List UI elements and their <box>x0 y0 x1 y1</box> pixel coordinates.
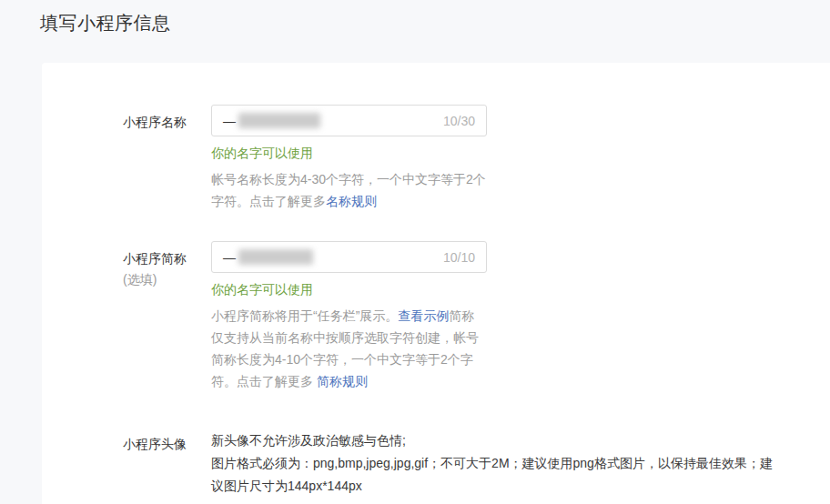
avatar-label-column: 小程序头像 <box>123 427 211 504</box>
short-name-help-text: 小程序简称将用于“任务栏”展示。查看示例简称仅支持从当前名称中按顺序选取字符创建… <box>211 305 487 392</box>
short-name-optional-note: (选填) <box>123 270 211 288</box>
short-name-char-counter: 10/10 <box>443 250 475 265</box>
form-card: 小程序名称 — 10/30 你的名字可以使用 帐号名称长度为4-30个字符，一个… <box>42 63 830 504</box>
avatar-description: 新头像不允许涉及政治敏感与色情; 图片格式必须为：png,bmp,jpeg,jp… <box>211 427 783 498</box>
redacted-short-name-text <box>238 249 313 265</box>
avatar-policy-text: 新头像不允许涉及政治敏感与色情; <box>211 429 783 452</box>
avatar-field-content: 新头像不允许涉及政治敏感与色情; 图片格式必须为：png,bmp,jpeg,jp… <box>211 427 783 504</box>
name-label-column: 小程序名称 <box>123 105 211 212</box>
field-row-avatar: 小程序头像 新头像不允许涉及政治敏感与色情; 图片格式必须为：png,bmp,j… <box>123 427 830 504</box>
view-example-link[interactable]: 查看示例 <box>398 308 449 323</box>
short-name-input-value: — <box>223 250 236 265</box>
avatar-format-text: 图片格式必须为：png,bmp,jpeg,jpg,gif；不可大于2M；建议使用… <box>211 452 783 498</box>
name-field-label: 小程序名称 <box>123 113 211 131</box>
redacted-name-text <box>238 113 320 128</box>
name-char-counter: 10/30 <box>443 114 475 128</box>
mini-program-name-input[interactable]: — 10/30 <box>211 105 487 136</box>
page-title: 填写小程序信息 <box>0 0 830 35</box>
name-help-text: 帐号名称长度为4-30个字符，一个中文字等于2个字符。点击了解更多名称规则 <box>211 168 487 212</box>
name-input-value: — <box>223 114 236 128</box>
field-row-short-name: 小程序简称 (选填) — 10/10 你的名字可以使用 小程序简称将用于“任务栏… <box>123 241 830 392</box>
name-rules-link[interactable]: 名称规则 <box>326 194 377 208</box>
mini-program-short-name-input[interactable]: — 10/10 <box>211 241 487 273</box>
avatar-field-label: 小程序头像 <box>123 435 211 453</box>
short-name-field-content: — 10/10 你的名字可以使用 小程序简称将用于“任务栏”展示。查看示例简称仅… <box>211 241 487 392</box>
short-name-rules-link[interactable]: 简称规则 <box>317 374 368 388</box>
short-name-field-label: 小程序简称 <box>123 249 211 267</box>
name-success-message: 你的名字可以使用 <box>211 146 487 161</box>
short-name-success-message: 你的名字可以使用 <box>211 282 487 297</box>
name-field-content: — 10/30 你的名字可以使用 帐号名称长度为4-30个字符，一个中文字等于2… <box>211 105 487 212</box>
page: 填写小程序信息 小程序名称 — 10/30 你的名字可以使用 帐号名称长度为4-… <box>0 0 830 35</box>
short-name-usage-text: 小程序简称将用于“任务栏”展示。 <box>211 308 398 323</box>
field-row-name: 小程序名称 — 10/30 你的名字可以使用 帐号名称长度为4-30个字符，一个… <box>123 105 830 212</box>
short-name-label-column: 小程序简称 (选填) <box>123 241 211 392</box>
